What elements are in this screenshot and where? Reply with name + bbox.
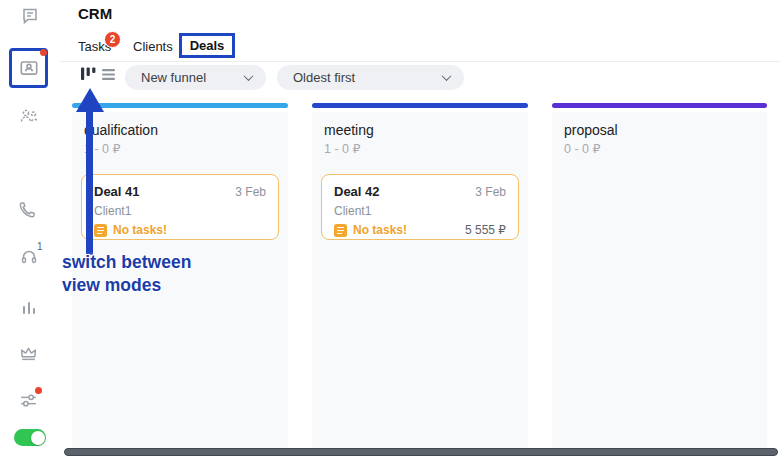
task-status: No tasks! — [113, 223, 167, 237]
tab-deals[interactable]: Deals — [179, 33, 235, 58]
annotation-arrow-stem — [86, 110, 93, 255]
column-color-bar — [552, 103, 767, 108]
chevron-down-icon — [442, 71, 452, 81]
notification-dot — [40, 49, 47, 56]
kanban-column-meeting: meeting 1 - 0 ₽ Deal 42 3 Feb Client1 No… — [312, 112, 528, 449]
contact-card-icon[interactable] — [17, 56, 41, 80]
filters-icon[interactable] — [16, 388, 40, 412]
deal-title: Deal 42 — [334, 184, 380, 199]
online-toggle[interactable] — [14, 429, 46, 446]
team-icon[interactable] — [17, 104, 41, 128]
deal-amount: 5 555 ₽ — [465, 223, 506, 237]
deal-title: Deal 41 — [94, 184, 140, 199]
column-color-bar — [312, 103, 528, 108]
sidebar: 1 — [0, 0, 60, 465]
deal-date: 3 Feb — [475, 185, 506, 199]
column-summary: 0 - 0 ₽ — [564, 141, 600, 156]
funnel-select[interactable]: New funnel — [125, 65, 266, 90]
phone-icon[interactable] — [15, 198, 39, 222]
chevron-down-icon — [244, 71, 254, 81]
page-title: CRM — [78, 5, 112, 22]
annotation-text: switch between view modes — [62, 251, 191, 297]
deal-card[interactable]: Deal 41 3 Feb Client1 No tasks! — [81, 174, 279, 240]
list-view-icon[interactable] — [101, 67, 119, 85]
contact-card-annotation-box — [9, 48, 48, 88]
support-badge: 1 — [37, 241, 43, 252]
premium-crown-icon[interactable] — [16, 341, 40, 365]
notification-dot — [35, 387, 42, 394]
kanban-view-icon[interactable] — [80, 66, 98, 84]
column-title: meeting — [324, 122, 374, 138]
tasks-count-badge: 2 — [104, 31, 121, 48]
annotation-line2: view modes — [62, 274, 191, 297]
horizontal-scrollbar[interactable] — [64, 448, 778, 456]
tab-deals-label: Deals — [190, 38, 225, 53]
column-summary: 1 - 0 ₽ — [324, 141, 360, 156]
sort-select[interactable]: Oldest first — [277, 65, 464, 90]
stats-icon[interactable] — [17, 296, 41, 320]
chat-icon[interactable] — [18, 4, 42, 28]
column-title: proposal — [564, 122, 618, 138]
annotation-arrow-head — [76, 88, 104, 112]
task-note-icon — [94, 224, 107, 237]
funnel-select-value: New funnel — [141, 70, 235, 85]
deal-card[interactable]: Deal 42 3 Feb Client1 No tasks! 5 555 ₽ — [321, 174, 519, 240]
kanban-column-proposal: proposal 0 - 0 ₽ — [552, 112, 767, 449]
annotation-line1: switch between — [62, 251, 191, 274]
deal-date: 3 Feb — [235, 185, 266, 199]
toggle-knob — [31, 431, 45, 445]
column-color-bar — [72, 103, 288, 108]
task-note-icon — [334, 224, 347, 237]
deal-client: Client1 — [94, 204, 266, 218]
column-title: qualification — [84, 122, 158, 138]
tab-clients[interactable]: Clients — [133, 39, 173, 54]
tabs-divider — [60, 61, 780, 62]
deal-client: Client1 — [334, 204, 506, 218]
task-status: No tasks! — [353, 223, 407, 237]
sort-select-value: Oldest first — [293, 70, 433, 85]
